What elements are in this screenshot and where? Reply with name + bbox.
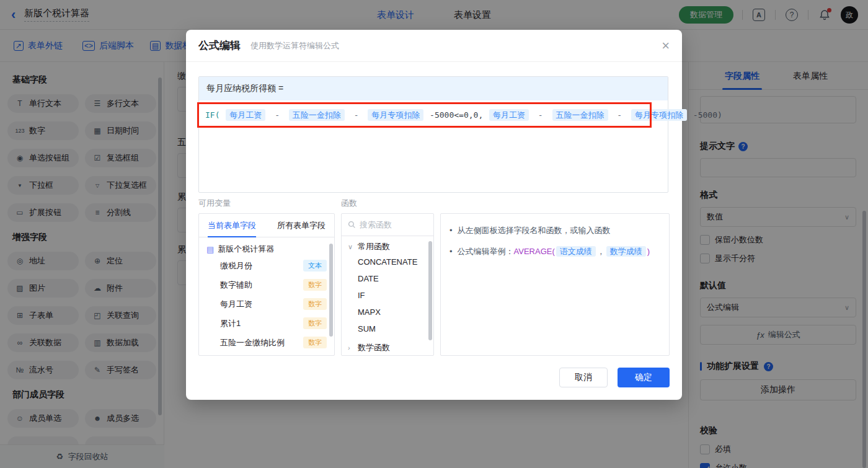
variable-item[interactable]: 缴税月份文本 bbox=[199, 256, 334, 275]
example-fn: AVERAGE( bbox=[514, 247, 555, 256]
tab-current-form-fields[interactable]: 当前表单字段 bbox=[208, 214, 256, 237]
function-search-input[interactable] bbox=[360, 220, 422, 229]
chevron-right-icon: › bbox=[348, 344, 354, 351]
functions-section-label: 函数 bbox=[341, 198, 357, 209]
formula-token-fn: IF( bbox=[205, 110, 219, 120]
formula-token-num: -5000) bbox=[693, 110, 722, 120]
function-item[interactable]: SUM bbox=[342, 320, 433, 337]
function-item[interactable]: IF bbox=[342, 287, 433, 304]
example-chip: 数学成绩 bbox=[606, 246, 646, 257]
function-item[interactable]: CONCATENATE bbox=[342, 254, 433, 270]
function-search[interactable] bbox=[342, 214, 433, 236]
document-icon: ▤ bbox=[206, 245, 214, 254]
formula-token-chip[interactable]: 五险一金扣除 bbox=[552, 109, 608, 121]
formula-token-chip[interactable]: 每月工资 bbox=[489, 109, 529, 121]
formula-editor-modal: 公式编辑 使用数学运算符编辑公式 × 每月应纳税所得额 = IF( 每月工资 -… bbox=[186, 30, 682, 400]
formula-token-chip[interactable]: 每月专项扣除 bbox=[631, 109, 687, 121]
variable-item[interactable]: 数字辅助数字 bbox=[199, 275, 334, 294]
formula-token-op: - bbox=[617, 110, 622, 120]
formula-target-label: 每月应纳税所得额 = bbox=[199, 77, 668, 100]
tips-panel: • 从左侧面板选择字段名和函数，或输入函数 • 公式编辑举例：AVERAGE(语… bbox=[440, 213, 670, 356]
variables-scrollbar[interactable] bbox=[329, 244, 333, 337]
variables-panel: 当前表单字段 所有表单字段 ▤ 新版个税计算器 缴税月份文本 数字辅助数字 每月… bbox=[198, 213, 335, 356]
modal-title: 公式编辑 bbox=[198, 38, 241, 53]
type-badge: 数字 bbox=[303, 317, 327, 329]
formula-token-chip[interactable]: 每月专项扣除 bbox=[368, 109, 423, 121]
confirm-button[interactable]: 确定 bbox=[618, 368, 670, 387]
formula-editor-area[interactable]: 每月应纳税所得额 = IF( 每月工资 - 五险一金扣除 - 每月专项扣除 -5… bbox=[198, 76, 668, 193]
variables-tree-root[interactable]: ▤ 新版个税计算器 bbox=[199, 237, 334, 256]
function-item[interactable]: DATE bbox=[342, 270, 433, 287]
formula-token-op: - bbox=[275, 110, 280, 120]
function-group-common[interactable]: ∨ 常用函数 bbox=[342, 236, 433, 254]
chevron-down-icon: ∨ bbox=[348, 243, 354, 251]
type-badge: 数字 bbox=[303, 279, 327, 291]
formula-token-num: -5000<=0,0, bbox=[430, 110, 483, 120]
type-badge: 数字 bbox=[303, 337, 327, 348]
function-item[interactable]: MAPX bbox=[342, 304, 433, 320]
tab-all-form-fields[interactable]: 所有表单字段 bbox=[277, 214, 326, 237]
formula-token-op: - bbox=[538, 110, 543, 120]
variable-item[interactable]: 每月工资数字 bbox=[199, 294, 334, 314]
function-group-math[interactable]: › 数学函数 bbox=[342, 337, 433, 355]
formula-token-chip[interactable]: 五险一金扣除 bbox=[289, 109, 345, 121]
variable-item[interactable]: 累计1数字 bbox=[199, 314, 334, 333]
close-icon[interactable]: × bbox=[662, 39, 670, 53]
variables-section-label: 可用变量 bbox=[198, 198, 231, 209]
type-badge: 文本 bbox=[303, 260, 327, 272]
function-group-text[interactable]: › 文本函数 bbox=[342, 355, 433, 356]
app: ‹ 新版个税计算器 表单设计 表单设置 数据管理 A ? 政 ↗ 表单外链 <>… bbox=[0, 0, 868, 468]
cancel-button[interactable]: 取消 bbox=[559, 368, 608, 387]
functions-panel: ∨ 常用函数 CONCATENATE DATE IF MAPX SUM › 数学… bbox=[341, 213, 434, 356]
formula-expression[interactable]: IF( 每月工资 - 五险一金扣除 - 每月专项扣除 -5000<=0,0, 每… bbox=[199, 100, 668, 121]
variable-item[interactable]: 五险一金缴纳比例数字 bbox=[199, 333, 334, 352]
formula-token-op: - bbox=[354, 110, 359, 120]
type-badge: 数字 bbox=[303, 298, 327, 310]
example-chip: 语文成绩 bbox=[556, 246, 596, 257]
functions-scrollbar[interactable] bbox=[428, 241, 432, 340]
search-icon bbox=[348, 221, 356, 229]
formula-token-chip[interactable]: 每月工资 bbox=[226, 109, 265, 121]
modal-subtitle: 使用数学运算符编辑公式 bbox=[250, 40, 339, 51]
variable-item[interactable]: 五险一金扣除数字 bbox=[199, 352, 334, 356]
tip-example-line: • 公式编辑举例：AVERAGE(语文成绩，数学成绩) bbox=[450, 245, 660, 258]
tip-line: • 从左侧面板选择字段名和函数，或输入函数 bbox=[450, 224, 660, 237]
